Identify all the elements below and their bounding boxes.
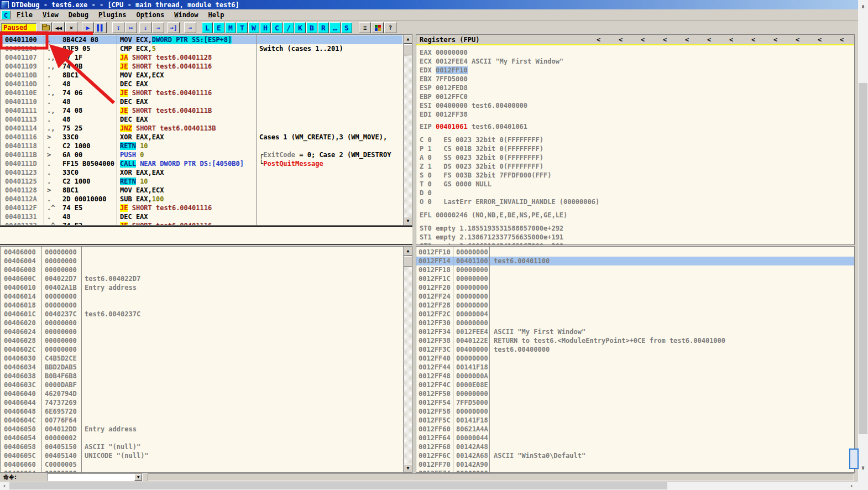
disasm-row[interactable]: 00401113.48DEC EAX	[1, 115, 402, 124]
stack-row[interactable]: 0012FF3C00400000test6.00400000	[416, 345, 855, 354]
dump-row[interactable]: 0040602800000000	[1, 336, 402, 345]
scroll-up-icon[interactable]: ∧	[858, 2, 868, 11]
pause-button[interactable]: ▌▌	[95, 22, 107, 33]
dump-row[interactable]: 0040602400000000	[1, 327, 402, 336]
letter-button-c[interactable]: C	[271, 22, 283, 33]
letter-button-w[interactable]: W	[248, 22, 259, 33]
register-line[interactable]: Z 1 DS 0023 32bit 0(FFFFFFFF)	[420, 162, 853, 171]
help-button[interactable]: ?	[384, 22, 396, 33]
register-line[interactable]: ESI 00400000 test6.00400000	[420, 101, 853, 110]
letter-button-t[interactable]: T	[237, 22, 248, 33]
go-to-button[interactable]: →	[184, 22, 196, 33]
register-line[interactable]: ECX 0012FEE4 ASCII "My First Window"	[420, 57, 853, 66]
stack-row[interactable]: 0012FF2800000000	[416, 301, 855, 310]
disasm-row[interactable]: 00401118.C2 1000RETN 10	[1, 142, 402, 150]
dump-row[interactable]: 0040600800000000	[1, 265, 402, 274]
stack-row[interactable]: 0012FF4400141F18	[416, 363, 855, 372]
register-line[interactable]: D 0	[420, 189, 853, 197]
dump-scrollbar[interactable]: ▲ ▼	[403, 247, 412, 473]
column-divider[interactable]	[453, 247, 453, 472]
menu-item-view[interactable]: View	[38, 10, 64, 20]
register-line[interactable]: S 0 FS 003B 32bit 7FFDF000(FFF)	[420, 171, 853, 180]
column-divider[interactable]	[44, 35, 44, 225]
dump-row[interactable]: 00406038B0B4F6B8	[1, 372, 402, 380]
stack-row[interactable]: 0012FF3000000000	[416, 319, 855, 327]
menu-item-help[interactable]: Help	[203, 10, 229, 20]
menu-item-window[interactable]: Window	[169, 10, 203, 20]
dump-row[interactable]: 004060404620794D	[1, 389, 402, 398]
register-line[interactable]: EAX 00000000	[420, 48, 853, 57]
run-button[interactable]: ▶	[82, 22, 94, 33]
scroll-thumb[interactable]	[404, 256, 412, 267]
command-input[interactable]: ▼	[47, 473, 143, 481]
stack-pane[interactable]: 0012FF10000000000012FF1400401100test6.00…	[416, 246, 855, 473]
dump-row[interactable]: 0040603C0000DABF	[1, 380, 402, 389]
collapse-chevron-icon[interactable]: <	[773, 35, 777, 45]
disassembly-pane[interactable]: 00401100.8B4C24 08MOV ECX,DWORD PTR SS:[…	[0, 34, 412, 226]
disassembly-scrollbar[interactable]: ▲ ▼	[403, 35, 412, 226]
disasm-row[interactable]: 00401132.^74 E2JE SHORT test6.00401116	[1, 221, 402, 226]
stack-row[interactable]: 0012FF1C00000000	[416, 274, 855, 283]
register-line[interactable]: O 0 LastErr ERROR_INVALID_HANDLE (000000…	[420, 197, 853, 206]
dump-row[interactable]: 00406060C0000005	[1, 460, 402, 469]
stack-row[interactable]: 0012FF1400401100test6.00401100	[416, 257, 855, 265]
stack-row[interactable]: 0012FF5C00141F18	[416, 416, 855, 425]
menu-item-plugins[interactable]: Plugins	[93, 10, 132, 20]
column-divider[interactable]	[81, 247, 82, 472]
close-button[interactable]: ×	[65, 22, 77, 33]
collapse-chevron-icon[interactable]: <	[641, 35, 645, 45]
scroll-thumb[interactable]	[859, 83, 867, 434]
stack-row[interactable]: 0012FF7000142A90	[416, 460, 855, 469]
disasm-row[interactable]: 0040111D.FF15 B0504000CALL NEAR DWORD PT…	[1, 159, 402, 168]
view-options-button[interactable]: ≡	[359, 22, 371, 33]
dump-row[interactable]: 0040605C00405140UNICODE "(null)"	[1, 451, 402, 460]
appearance-button[interactable]	[372, 22, 384, 33]
restart-button[interactable]: ◀◀	[53, 22, 65, 33]
letter-button-k[interactable]: K	[295, 22, 306, 33]
letter-button-b[interactable]: B	[306, 22, 317, 33]
disasm-row[interactable]: 00401110.48DEC EAX	[1, 97, 402, 106]
collapse-chevron-icon[interactable]: <	[840, 35, 844, 45]
scroll-down-button[interactable]: ▼	[404, 217, 412, 226]
letter-button-l[interactable]: L	[202, 22, 213, 33]
disasm-row[interactable]: 00401123.33C0XOR EAX,EAX	[1, 168, 402, 177]
disasm-row[interactable]: 00401128>8BC1MOV EAX,ECX	[1, 186, 402, 195]
stack-row[interactable]: 0012FF2000000000	[416, 283, 855, 292]
register-line[interactable]: EDX 0012FF10	[420, 66, 853, 75]
column-divider[interactable]	[256, 35, 257, 225]
stack-row[interactable]: 0012FF340012FEE4ASCII "My First Window"	[416, 327, 855, 336]
registers-header[interactable]: Registers (FPU) <<<<<<<<<<<<	[416, 35, 854, 45]
scroll-right-icon[interactable]: ›	[847, 482, 856, 490]
cpu-window-icon[interactable]: C	[1, 11, 11, 19]
register-line[interactable]: EFL 00000246 (NO,NB,E,BE,NS,PE,GE,LE)	[420, 211, 853, 220]
dump-row[interactable]: 0040604C00776F64	[1, 416, 402, 425]
dump-row[interactable]: 0040605800405150ASCII "(null)"	[1, 442, 402, 451]
disasm-row[interactable]: 00401107.,77 1FJA SHORT test6.00401128	[1, 53, 402, 62]
register-line[interactable]: EDI 0012FF38	[420, 110, 853, 119]
register-line[interactable]: A 0 SS 0023 32bit 0(FFFFFFFF)	[420, 153, 853, 162]
column-divider[interactable]	[489, 247, 490, 472]
memory-dump-pane[interactable]: 0040600000000000004060040000000000406008…	[0, 246, 412, 473]
disasm-row[interactable]: 0040112F.^74 E5JE SHORT test6.00401116	[1, 204, 402, 212]
stack-row[interactable]: 0012FF1800000000	[416, 265, 855, 274]
stack-row[interactable]: 0012FF380040122ERETURN to test6.<ModuleE…	[416, 336, 855, 345]
stack-row[interactable]: 0012FF6080621A4A	[416, 425, 855, 434]
disasm-row[interactable]: 00401125.C2 1000RETN 10	[1, 177, 402, 186]
register-line[interactable]: EIP 00401061 test6.00401061	[420, 122, 853, 131]
disasm-row[interactable]: 00401109.,74 0BJE SHORT test6.00401116	[1, 62, 402, 71]
horizontal-scrollbar[interactable]: ‹ ›	[0, 482, 858, 490]
dump-row[interactable]: 00406050004012DDEntry address	[1, 425, 402, 434]
disasm-row[interactable]: 0040110E.,74 06JE SHORT test6.00401116	[1, 88, 402, 97]
column-divider[interactable]	[41, 247, 42, 472]
dump-row[interactable]: 0040601400000000	[1, 292, 402, 301]
stack-row[interactable]: 0012FF6800142A48	[416, 442, 855, 451]
dump-row[interactable]: 0040600400000000	[1, 257, 402, 265]
dump-row[interactable]: 0040600000000000	[1, 248, 402, 257]
stack-row[interactable]: 0012FF547FFD5000	[416, 398, 855, 407]
menu-item-file[interactable]: File	[12, 10, 38, 20]
stack-row[interactable]: 0012FF4000000000	[416, 354, 855, 363]
stack-row[interactable]: 0012FF1000000000	[416, 248, 855, 257]
register-line[interactable]: EBP 0012FFC0	[420, 92, 853, 101]
dump-row[interactable]: 0040602000000000	[1, 319, 402, 327]
disasm-row[interactable]: 0040112A.2D 00010000SUB EAX,100	[1, 195, 402, 204]
